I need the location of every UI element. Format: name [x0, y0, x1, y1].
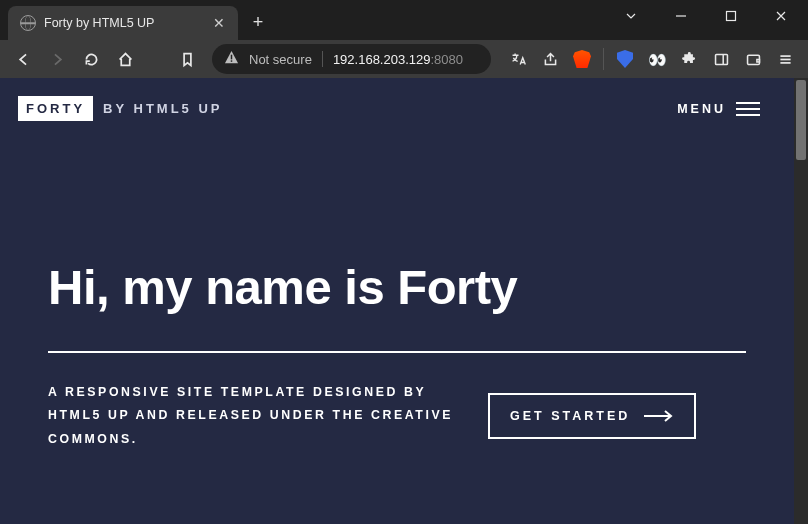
site-header: FORTY BY HTML5 UP MENU — [0, 78, 794, 121]
forward-button[interactable] — [42, 44, 72, 74]
bookmark-button[interactable] — [172, 44, 202, 74]
logo-mark: FORTY — [18, 96, 93, 121]
toolbar-divider — [603, 48, 604, 70]
globe-icon — [20, 15, 36, 31]
close-window-button[interactable] — [758, 0, 804, 32]
reload-button[interactable] — [76, 44, 106, 74]
sidepanel-icon[interactable] — [706, 44, 736, 74]
arrow-right-icon — [644, 409, 674, 423]
address-host: 192.168.203.129 — [333, 52, 431, 67]
translate-icon[interactable] — [503, 44, 533, 74]
scrollbar-thumb[interactable] — [796, 80, 806, 160]
address-bar[interactable]: Not secure 192.168.203.129:8080 — [212, 44, 491, 74]
menu-icon[interactable] — [770, 44, 800, 74]
brave-shield-icon[interactable] — [567, 44, 597, 74]
hero-divider — [48, 351, 746, 353]
warning-icon — [224, 50, 239, 69]
close-tab-icon[interactable]: ✕ — [210, 14, 228, 32]
svg-rect-2 — [231, 54, 233, 59]
hero-section: Hi, my name is Forty A RESPONSIVE SITE T… — [0, 121, 794, 451]
page-viewport: FORTY BY HTML5 UP MENU Hi, my name is Fo… — [0, 78, 794, 524]
vertical-scrollbar[interactable] — [794, 78, 808, 524]
browser-tab-active[interactable]: Forty by HTML5 UP ✕ — [8, 6, 238, 40]
maximize-button[interactable] — [708, 0, 754, 32]
window-controls — [608, 0, 808, 32]
logo-link[interactable]: FORTY BY HTML5 UP — [18, 96, 223, 121]
menu-label: MENU — [677, 102, 726, 116]
extensions-icon[interactable] — [674, 44, 704, 74]
eyes-extension-icon[interactable]: 👀 — [642, 44, 672, 74]
logo-byline: BY HTML5 UP — [103, 101, 222, 116]
home-button[interactable] — [110, 44, 140, 74]
hero-headline: Hi, my name is Forty — [48, 261, 746, 315]
browser-titlebar: Forty by HTML5 UP ✕ + — [0, 0, 808, 40]
minimize-button[interactable] — [658, 0, 704, 32]
hero-description: A RESPONSIVE SITE TEMPLATE DESIGNED BY H… — [48, 381, 458, 451]
svg-rect-3 — [231, 60, 233, 62]
cta-label: GET STARTED — [510, 409, 630, 423]
hamburger-icon — [736, 102, 760, 116]
address-port: :8080 — [430, 52, 463, 67]
get-started-button[interactable]: GET STARTED — [488, 393, 696, 439]
address-separator — [322, 51, 323, 67]
browser-toolbar: Not secure 192.168.203.129:8080 👀 — [0, 40, 808, 78]
password-shield-icon[interactable] — [610, 44, 640, 74]
back-button[interactable] — [8, 44, 38, 74]
menu-toggle[interactable]: MENU — [677, 102, 760, 116]
tab-title: Forty by HTML5 UP — [44, 16, 202, 30]
chevron-down-icon[interactable] — [608, 0, 654, 32]
new-tab-button[interactable]: + — [244, 8, 272, 36]
share-icon[interactable] — [535, 44, 565, 74]
wallet-icon[interactable] — [738, 44, 768, 74]
security-label: Not secure — [249, 52, 312, 67]
svg-rect-4 — [715, 54, 727, 64]
svg-rect-1 — [727, 12, 736, 21]
